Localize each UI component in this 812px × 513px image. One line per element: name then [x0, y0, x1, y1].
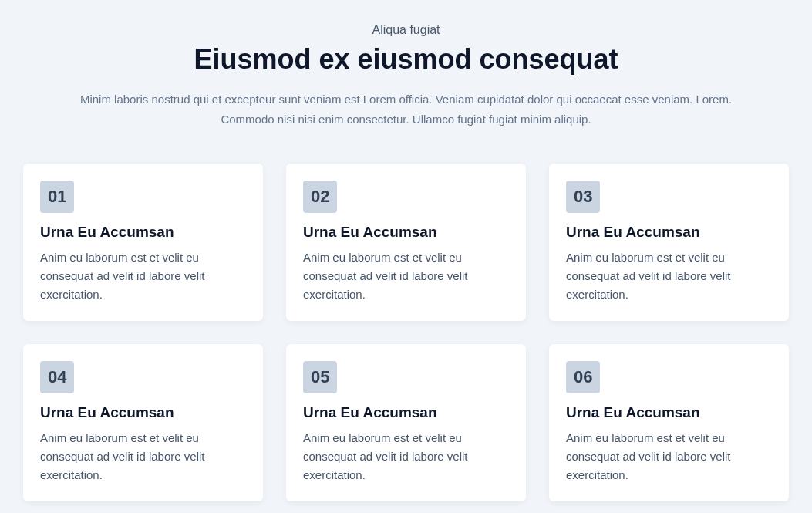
feature-card: 06 Urna Eu Accumsan Anim eu laborum est … — [549, 344, 789, 501]
card-title: Urna Eu Accumsan — [303, 224, 509, 241]
card-number: 05 — [303, 361, 337, 393]
card-number: 02 — [303, 181, 337, 213]
card-text: Anim eu laborum est et velit eu consequa… — [40, 248, 246, 304]
card-text: Anim eu laborum est et velit eu consequa… — [303, 429, 509, 484]
cards-grid: 01 Urna Eu Accumsan Anim eu laborum est … — [23, 164, 789, 501]
feature-card: 03 Urna Eu Accumsan Anim eu laborum est … — [549, 164, 789, 321]
card-text: Anim eu laborum est et velit eu consequa… — [303, 248, 509, 304]
page-subtitle: Aliqua fugiat — [23, 23, 789, 37]
card-number: 03 — [566, 181, 600, 213]
card-title: Urna Eu Accumsan — [566, 404, 772, 421]
card-number: 06 — [566, 361, 600, 393]
feature-card: 04 Urna Eu Accumsan Anim eu laborum est … — [23, 344, 263, 501]
card-number: 01 — [40, 181, 74, 213]
card-title: Urna Eu Accumsan — [40, 404, 246, 421]
page-header: Aliqua fugiat Eiusmod ex eiusmod consequ… — [23, 23, 789, 129]
page-title: Eiusmod ex eiusmod consequat — [23, 43, 789, 76]
card-text: Anim eu laborum est et velit eu consequa… — [566, 248, 772, 304]
card-title: Urna Eu Accumsan — [303, 404, 509, 421]
card-title: Urna Eu Accumsan — [566, 224, 772, 241]
feature-card: 01 Urna Eu Accumsan Anim eu laborum est … — [23, 164, 263, 321]
card-title: Urna Eu Accumsan — [40, 224, 246, 241]
card-text: Anim eu laborum est et velit eu consequa… — [40, 429, 246, 484]
feature-card: 02 Urna Eu Accumsan Anim eu laborum est … — [286, 164, 526, 321]
card-number: 04 — [40, 361, 74, 393]
card-text: Anim eu laborum est et velit eu consequa… — [566, 429, 772, 484]
feature-card: 05 Urna Eu Accumsan Anim eu laborum est … — [286, 344, 526, 501]
page-description: Minim laboris nostrud qui et excepteur s… — [75, 89, 738, 129]
